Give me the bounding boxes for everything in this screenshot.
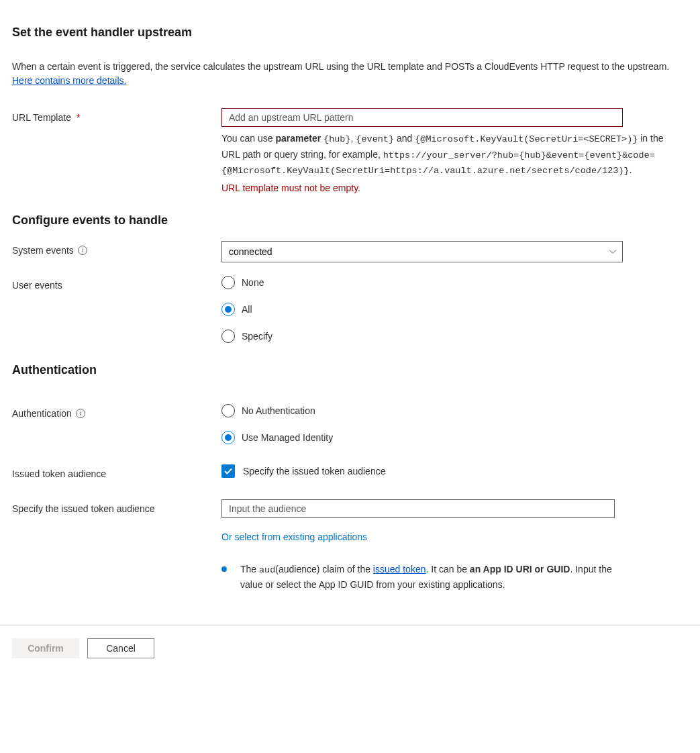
system-events-value: connected [229, 246, 272, 257]
chevron-down-icon [609, 248, 617, 256]
url-template-error: URL template must not be empty. [221, 183, 678, 193]
page-title: Set the event handler upstream [12, 26, 688, 40]
radio-label: Use Managed Identity [242, 432, 333, 443]
specify-audience-checkbox[interactable]: Specify the issued token audience [221, 464, 678, 478]
intro-details-link[interactable]: Here contains more details. [12, 75, 126, 86]
issued-token-link[interactable]: issued token [373, 564, 426, 574]
url-template-input[interactable] [221, 108, 623, 127]
select-existing-link[interactable]: Or select from existing applications [221, 532, 678, 542]
auth-radio-none[interactable]: No Authentication [221, 404, 678, 417]
intro-text: When a certain event is triggered, the s… [12, 60, 688, 88]
radio-label: Specify [242, 331, 272, 342]
radio-label: All [242, 304, 252, 315]
audience-info: The aud(audience) claim of the issued to… [221, 562, 624, 593]
cancel-button[interactable]: Cancel [87, 638, 154, 658]
url-template-help: You can use parameter {hub}, {event} and… [221, 131, 678, 179]
user-events-radio-specify[interactable]: Specify [221, 330, 678, 343]
url-template-label: URL Template [12, 112, 71, 123]
required-mark: * [77, 112, 80, 123]
specify-audience-label: Specify the issued token audience [12, 503, 154, 514]
info-bullet-icon [221, 566, 227, 572]
system-events-select[interactable]: connected [221, 241, 623, 262]
user-events-label: User events [12, 280, 62, 291]
system-events-label: System events [12, 245, 74, 256]
auth-heading: Authentication [12, 363, 688, 377]
auth-label: Authentication [12, 408, 72, 419]
confirm-button[interactable]: Confirm [12, 638, 79, 658]
intro-body: When a certain event is triggered, the s… [12, 61, 669, 72]
auth-radio-managed-identity[interactable]: Use Managed Identity [221, 431, 678, 444]
info-icon[interactable]: i [76, 409, 85, 418]
radio-label: No Authentication [242, 405, 315, 416]
user-events-radio-all[interactable]: All [221, 303, 678, 316]
audience-input[interactable] [221, 499, 615, 518]
info-icon[interactable]: i [78, 246, 87, 255]
events-heading: Configure events to handle [12, 213, 688, 228]
check-icon [223, 466, 233, 476]
checkbox-label: Specify the issued token audience [243, 466, 385, 476]
issued-audience-label: Issued token audience [12, 468, 106, 479]
radio-label: None [242, 277, 264, 288]
user-events-radio-none[interactable]: None [221, 276, 678, 289]
